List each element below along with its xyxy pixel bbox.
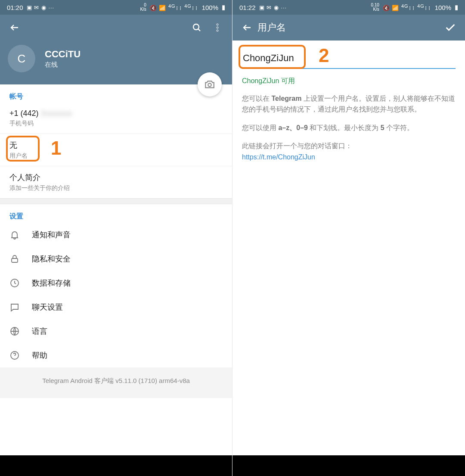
avatar[interactable]: C	[8, 45, 35, 72]
username-description-1: 您可以在 Telegram 上设置一个用户名。设置后，别人将能够在不知道您的手机…	[242, 93, 456, 115]
status-battery: 100%	[435, 4, 451, 11]
status-bar: 01:22 ▣ ✉ ◉ ··· 0.10K/s 🔇 📶 4G⫶⫶ 4G⫶⫶ 10…	[232, 0, 465, 15]
account-section: 帐号 +1 (442) 2xxxxxxx 手机号码 无 用户名 1 个人简介 添…	[0, 84, 232, 198]
status-battery: 100%	[202, 4, 218, 11]
profile-name: CCCiTU	[45, 49, 81, 60]
camera-fab[interactable]	[198, 72, 222, 96]
svg-point-0	[193, 24, 199, 30]
status-notification-icons: ▣ ✉ ◉ ···	[259, 4, 287, 11]
phone-left: 01:20 ▣ ✉ ◉ ··· 0K/s 🔇 📶 4G⫶⫶ 4G⫶⫶ 100% …	[0, 0, 232, 476]
battery-icon: ▮	[222, 3, 225, 11]
bio-hint: 添加一些关于你的介绍	[9, 184, 223, 192]
username-link[interactable]: https://t.me/ChongZiJun	[242, 153, 456, 161]
account-section-title: 帐号	[0, 84, 232, 103]
settings-item-help[interactable]: 帮助	[0, 343, 232, 367]
phone-right: 01:22 ▣ ✉ ◉ ··· 0.10K/s 🔇 📶 4G⫶⫶ 4G⫶⫶ 10…	[232, 0, 465, 476]
settings-section-title: 设置	[0, 204, 232, 223]
back-button[interactable]	[4, 17, 25, 38]
phone-value: +1 (442) 2xxxxxxx	[9, 109, 223, 118]
check-icon	[444, 22, 456, 34]
android-navbar	[232, 455, 465, 476]
more-vertical-icon	[212, 22, 223, 33]
settings-label: 隐私和安全	[32, 254, 71, 264]
bio-item[interactable]: 个人简介 添加一些关于你的介绍	[0, 166, 232, 198]
username-value: 无	[9, 140, 223, 150]
status-system-icons: 🔇 📶 4G⫶⫶ 4G⫶⫶	[150, 3, 198, 11]
status-time: 01:22	[239, 4, 256, 11]
settings-item-chat[interactable]: 聊天设置	[0, 295, 232, 319]
battery-icon: ▮	[455, 3, 458, 11]
settings-item-privacy[interactable]: 隐私和安全	[0, 247, 232, 271]
profile-status: 在线	[45, 61, 81, 69]
search-icon	[192, 22, 202, 33]
svg-point-1	[217, 24, 218, 25]
username-screen-content: 2 ChongZiJun 可用 您可以在 Telegram 上设置一个用户名。设…	[232, 40, 465, 161]
status-netrate: 0K/s	[140, 3, 146, 12]
svg-rect-5	[12, 258, 18, 262]
back-button[interactable]	[237, 17, 257, 38]
arrow-left-icon	[242, 22, 252, 33]
svg-point-4	[208, 83, 211, 87]
more-button[interactable]	[207, 17, 228, 38]
app-bar: 用户名	[232, 15, 465, 40]
settings-label: 帮助	[32, 350, 47, 361]
settings-label: 数据和存储	[32, 278, 71, 288]
confirm-button[interactable]	[440, 17, 461, 38]
settings-item-notifications[interactable]: 通知和声音	[0, 223, 232, 247]
svg-point-3	[217, 30, 218, 31]
phone-label: 手机号码	[9, 120, 223, 128]
status-notification-icons: ▣ ✉ ◉ ···	[27, 4, 55, 11]
help-icon	[9, 350, 20, 361]
username-description-2: 您可以使用 a–z、0–9 和下划线。最小长度为 5 个字符。	[242, 123, 456, 134]
status-netrate: 0.10K/s	[371, 3, 379, 12]
status-time: 01:20	[7, 4, 23, 11]
bio-title: 个人简介	[9, 172, 223, 183]
phone-item[interactable]: +1 (442) 2xxxxxxx 手机号码	[0, 103, 232, 134]
bell-icon	[9, 230, 20, 240]
android-navbar	[0, 455, 232, 476]
lock-icon	[9, 254, 20, 264]
footer-version: Telegram Android 客户端 v5.11.0 (1710) arm6…	[0, 367, 232, 398]
status-bar: 01:20 ▣ ✉ ◉ ··· 0K/s 🔇 📶 4G⫶⫶ 4G⫶⫶ 100% …	[0, 0, 232, 15]
section-divider	[0, 198, 232, 204]
svg-point-2	[217, 27, 218, 28]
settings-section: 设置 通知和声音 隐私和安全 数据和存储 聊天设置 语言	[0, 204, 232, 367]
globe-icon	[9, 326, 20, 336]
app-bar	[0, 15, 232, 40]
settings-item-language[interactable]: 语言	[0, 319, 232, 343]
status-system-icons: 🔇 📶 4G⫶⫶ 4G⫶⫶	[383, 3, 431, 11]
settings-item-data[interactable]: 数据和存储	[0, 271, 232, 295]
search-button[interactable]	[186, 17, 207, 38]
username-item[interactable]: 无 用户名 1	[0, 134, 232, 166]
settings-label: 聊天设置	[32, 302, 63, 312]
clock-icon	[9, 278, 20, 288]
arrow-left-icon	[9, 22, 20, 33]
profile-header: C CCCiTU 在线	[0, 40, 232, 84]
appbar-title: 用户名	[257, 21, 440, 34]
username-available: ChongZiJun 可用	[242, 77, 456, 86]
username-label: 用户名	[9, 152, 223, 160]
camera-icon	[204, 79, 215, 90]
username-input[interactable]	[242, 50, 456, 69]
chat-icon	[9, 302, 20, 312]
username-description-3: 此链接会打开一个与您的对话窗口：	[242, 141, 456, 152]
settings-label: 通知和声音	[32, 230, 71, 240]
settings-label: 语言	[32, 326, 47, 336]
